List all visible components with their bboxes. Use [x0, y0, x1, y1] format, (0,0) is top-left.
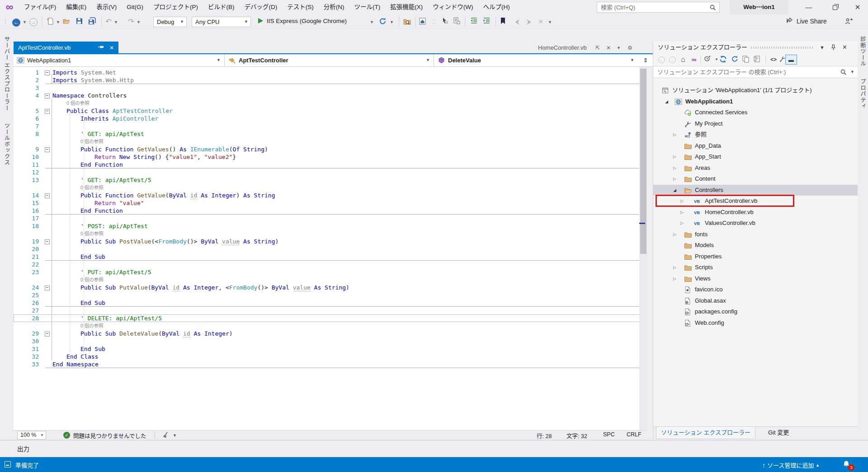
menu-view[interactable]: 表示(V): [91, 0, 122, 14]
save-all-button[interactable]: [88, 17, 97, 26]
tool-tab-server-explorer[interactable]: サーバー エクスプローラー: [3, 32, 11, 116]
code-line-19[interactable]: 19−Public Sub PostValue(<FromBody()> ByV…: [14, 238, 647, 245]
code-line-5[interactable]: 5−Public Class AptTestController: [14, 107, 647, 115]
tree-item-my-project[interactable]: My Project: [653, 118, 858, 130]
bookmark-dropdown[interactable]: ▼: [548, 20, 552, 24]
menu-project[interactable]: プロジェクト(P): [148, 0, 203, 14]
find-in-files-icon[interactable]: [403, 17, 412, 26]
fold-collapse-icon[interactable]: −: [45, 109, 50, 114]
split-editor-button[interactable]: ⇕: [638, 54, 653, 66]
code-line-18[interactable]: 18' POST: api/AptTest: [14, 222, 647, 230]
tree-item-apttestcontroller.vb[interactable]: ▷VBAptTestController.vb: [653, 196, 858, 207]
panel-tab-solution-explorer[interactable]: ソリューション エクスプローラー: [656, 427, 755, 439]
code-line-14[interactable]: 14−Public Function GetValue(ByVal id As …: [14, 192, 647, 199]
code-line-1[interactable]: 1−Imports System.Net: [14, 69, 647, 76]
close-tab-icon[interactable]: ✕: [109, 42, 114, 54]
code-line-13[interactable]: 13' GET: api/AptTest/5: [14, 176, 647, 184]
output-panel-title[interactable]: 出力: [17, 444, 29, 453]
tree-item-properties[interactable]: Properties: [653, 251, 858, 262]
notification-count-badge[interactable]: 3: [848, 464, 854, 471]
tree-item-web.config[interactable]: Web.config: [653, 318, 858, 329]
tree-item-favicon.ico[interactable]: favicon.ico: [653, 284, 858, 295]
tool-tab-toolbox[interactable]: ツールボックス: [3, 118, 11, 170]
expander-collapsed-icon[interactable]: ▷: [673, 262, 676, 273]
solution-search-box[interactable]: ▼: [653, 66, 858, 78]
start-debug-dropdown[interactable]: ▼: [370, 20, 374, 24]
pin-icon[interactable]: [830, 42, 836, 51]
refresh-dropdown[interactable]: ▼: [390, 20, 394, 24]
refresh-button[interactable]: [731, 55, 740, 64]
select-cursor-icon[interactable]: [441, 17, 450, 26]
code-line-27[interactable]: 27: [14, 307, 647, 314]
code-editor[interactable]: 1−Imports System.Net2Imports System.Web.…: [14, 67, 647, 430]
tree-item-app_start[interactable]: ▷App_Start: [653, 151, 858, 163]
project-dropdown[interactable]: WebApplication1 ▼: [14, 54, 225, 66]
expander-collapsed-icon[interactable]: ▷: [673, 173, 676, 185]
fold-collapse-icon[interactable]: −: [45, 193, 50, 198]
code-line-8[interactable]: 8' GET: api/AptTest: [14, 130, 647, 138]
tree-item--webapplication1-1-1-[interactable]: ソリューション 'WebApplication1' (1/1 プロジェクト): [653, 85, 858, 96]
expander-expanded-icon[interactable]: ◢: [665, 96, 668, 107]
save-button[interactable]: [75, 17, 85, 26]
navigate-back-button[interactable]: ←: [12, 17, 21, 26]
codelens-row[interactable]: 0 個の参照: [14, 138, 647, 145]
line-ending-indicator[interactable]: CRLF: [627, 431, 642, 438]
panel-drag-grip[interactable]: [751, 47, 814, 49]
filter-button[interactable]: [704, 55, 713, 64]
expander-collapsed-icon[interactable]: ▷: [680, 218, 684, 229]
codelens-row[interactable]: 0 個の参照: [14, 230, 647, 238]
decrease-indent-icon[interactable]: [470, 17, 479, 26]
code-line-25[interactable]: 25: [14, 291, 647, 299]
code-line-26[interactable]: 26End Sub: [14, 299, 647, 307]
tree-item-homecontroller.vb[interactable]: ▷VBHomeController.vb: [653, 207, 858, 218]
platform-combo[interactable]: Any CPU▼: [192, 17, 251, 27]
tree-item-packages.config[interactable]: packages.config: [653, 306, 858, 318]
add-to-source-control-button[interactable]: ↑ ソース管理に追加 ▲: [762, 461, 820, 469]
increase-indent-icon[interactable]: [483, 17, 492, 26]
undo-button[interactable]: ↶: [104, 17, 113, 26]
start-debug-button[interactable]: IIS Express (Google Chrome): [267, 18, 347, 24]
sync-with-active-document-button[interactable]: [719, 55, 728, 64]
keep-open-icon[interactable]: ⇱: [595, 42, 600, 54]
new-project-button[interactable]: [46, 17, 55, 26]
tree-item-webapplication1[interactable]: ◢WebApplication1: [653, 96, 858, 107]
code-line-22[interactable]: 22: [14, 261, 647, 268]
tab-apttestcontroller[interactable]: AptTestController.vb ✕: [14, 42, 118, 54]
code-line-21[interactable]: 21End Sub: [14, 253, 647, 261]
navigate-back-dropdown[interactable]: ▼: [23, 20, 27, 24]
tool-tab-diagnostic-tools[interactable]: 診断ツール: [859, 32, 867, 71]
expander-collapsed-icon[interactable]: ▷: [680, 207, 684, 218]
tab-homecontroller-preview[interactable]: HomeController.vb ⇱ ✕ ▼ ⚙: [524, 42, 653, 54]
tree-item-global.asax[interactable]: Global.asax: [653, 295, 858, 307]
expander-expanded-icon[interactable]: ◢: [673, 185, 676, 196]
codelens-row[interactable]: 0 個の参照: [14, 276, 647, 284]
expander-collapsed-icon[interactable]: ▷: [673, 163, 676, 174]
code-cleanup-dropdown[interactable]: ▼: [173, 433, 177, 438]
codelens-row[interactable]: 0 個の参照: [14, 99, 647, 107]
type-dropdown[interactable]: AptTestController ▼: [225, 54, 434, 66]
fold-collapse-icon[interactable]: −: [45, 147, 50, 152]
refresh-button[interactable]: [379, 17, 388, 26]
menu-git[interactable]: Git(G): [122, 0, 148, 14]
menu-build[interactable]: ビルド(B): [203, 0, 240, 14]
search-options-dropdown[interactable]: ▼: [850, 70, 854, 74]
tab-options-gear-icon[interactable]: ⚙: [627, 42, 632, 54]
code-line-15[interactable]: 15Return "value": [14, 199, 647, 207]
column-indicator[interactable]: 文字: 32: [566, 431, 587, 440]
zoom-combo[interactable]: 100 %▼: [17, 431, 46, 439]
code-line-31[interactable]: 31End Sub: [14, 345, 647, 353]
tree-item-connected-services[interactable]: Connected Services: [653, 107, 858, 118]
tool-tab-properties[interactable]: プロパティ: [859, 74, 867, 114]
code-line-10[interactable]: 10Return New String() {"value1", "value2…: [14, 153, 647, 161]
navigate-home-icon[interactable]: [419, 17, 428, 26]
close-panel-icon[interactable]: ✕: [842, 42, 847, 53]
minimize-button[interactable]: —: [798, 0, 819, 14]
code-line-12[interactable]: 12: [14, 168, 647, 176]
fold-collapse-icon[interactable]: −: [45, 93, 50, 98]
tree-item-scripts[interactable]: ▷Scripts: [653, 262, 858, 273]
code-line-24[interactable]: 24−Public Sub PutValue(ByVal id As Integ…: [14, 284, 647, 291]
code-line-3[interactable]: 3: [14, 84, 647, 92]
new-project-dropdown[interactable]: ▼: [56, 20, 60, 24]
tab-list-dropdown-icon[interactable]: ▼: [617, 42, 621, 54]
codelens-row[interactable]: 0 個の参照: [14, 184, 647, 192]
